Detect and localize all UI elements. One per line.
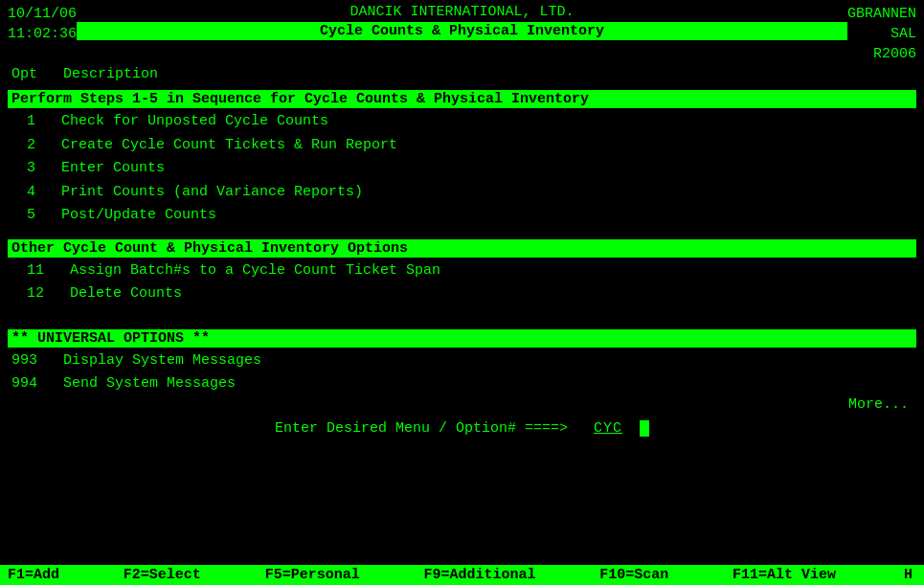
- opt-header: Opt: [11, 66, 37, 82]
- item-label: Assign Batch#s to a Cycle Count Ticket S…: [70, 262, 440, 279]
- function-key-bar: F1=Add F2=Select F5=Personal F9=Addition…: [0, 565, 924, 585]
- page-title: Cycle Counts & Physical Inventory: [77, 22, 847, 40]
- h-indicator: H: [900, 567, 916, 583]
- list-item[interactable]: 1 Check for Unposted Cycle Counts: [8, 110, 916, 134]
- datetime-block: 10/11/06 11:02:36: [8, 4, 77, 64]
- fkey-f10[interactable]: F10=Scan: [599, 567, 668, 583]
- date-display: 10/11/06: [8, 4, 77, 24]
- description-header: Description: [63, 66, 158, 82]
- fkey-f2[interactable]: F2=Select: [124, 567, 201, 583]
- item-label: Print Counts (and Variance Reports): [61, 184, 363, 200]
- input-row: Enter Desired Menu / Option# ====> CYC: [8, 420, 916, 437]
- column-headers: Opt Description: [8, 64, 916, 84]
- version-display: R2006: [847, 44, 916, 64]
- main-screen: 10/11/06 11:02:36 DANCIK INTERNATIONAL, …: [0, 0, 924, 585]
- item-number: 4: [27, 184, 35, 200]
- item-number: 994: [11, 375, 37, 392]
- fkey-f9-label: F9=Additional: [423, 567, 535, 583]
- item-number: 1: [27, 113, 35, 129]
- list-item[interactable]: 993 Display System Messages: [8, 349, 916, 373]
- list-item[interactable]: 12 Delete Counts: [8, 282, 916, 306]
- other-menu-list: 11 Assign Batch#s to a Cycle Count Ticke…: [8, 259, 916, 306]
- fkey-f11-label: F11=Alt View: [732, 567, 836, 583]
- fkey-f1-label: F1=Add: [8, 567, 59, 583]
- item-label: Send System Messages: [63, 375, 236, 392]
- username-display: GBRANNEN: [847, 4, 916, 24]
- item-number: 12: [27, 285, 44, 302]
- other-section-header: Other Cycle Count & Physical Inventory O…: [8, 239, 916, 258]
- more-indicator: More...: [8, 396, 916, 413]
- main-menu-list: 1 Check for Unposted Cycle Counts 2 Crea…: [8, 110, 916, 228]
- universal-menu-list: 993 Display System Messages 994 Send Sys…: [8, 349, 916, 396]
- list-item[interactable]: 994 Send System Messages: [8, 372, 916, 396]
- top-header: 10/11/06 11:02:36 DANCIK INTERNATIONAL, …: [8, 4, 916, 64]
- item-label: Check for Unposted Cycle Counts: [61, 113, 328, 129]
- fkey-f5[interactable]: F5=Personal: [265, 567, 360, 583]
- list-item[interactable]: 4 Print Counts (and Variance Reports): [8, 181, 916, 205]
- item-label: Create Cycle Count Tickets & Run Report: [61, 137, 397, 153]
- user-info-block: GBRANNEN SAL R2006: [847, 4, 916, 64]
- fkey-f10-label: F10=Scan: [599, 567, 668, 583]
- list-item[interactable]: 2 Create Cycle Count Tickets & Run Repor…: [8, 134, 916, 158]
- item-label: Delete Counts: [70, 285, 182, 302]
- universal-section-header: ** UNIVERSAL OPTIONS **: [8, 329, 916, 348]
- time-display: 11:02:36: [8, 24, 77, 44]
- item-label: Enter Counts: [61, 160, 165, 176]
- item-number: 11: [27, 262, 44, 279]
- company-title-block: DANCIK INTERNATIONAL, LTD. Cycle Counts …: [77, 4, 847, 64]
- main-section-header: Perform Steps 1-5 in Sequence for Cycle …: [8, 90, 916, 108]
- dept-display: SAL: [847, 24, 916, 44]
- list-item[interactable]: 5 Post/Update Counts: [8, 204, 916, 228]
- item-number: 3: [27, 160, 35, 176]
- fkey-f9[interactable]: F9=Additional: [423, 567, 535, 583]
- input-prompt-label: Enter Desired Menu / Option# ====>: [275, 420, 568, 437]
- item-number: 993: [11, 352, 37, 369]
- fkey-f5-label: F5=Personal: [265, 567, 360, 583]
- company-name: DANCIK INTERNATIONAL, LTD.: [77, 4, 847, 20]
- menu-input-value[interactable]: CYC: [594, 420, 622, 437]
- cursor: [640, 420, 649, 437]
- item-label: Post/Update Counts: [61, 207, 216, 223]
- list-item[interactable]: 3 Enter Counts: [8, 157, 916, 181]
- item-number: 5: [27, 207, 35, 223]
- list-item[interactable]: 11 Assign Batch#s to a Cycle Count Ticke…: [8, 259, 916, 283]
- item-label: Display System Messages: [63, 352, 261, 369]
- fkey-f11[interactable]: F11=Alt View: [732, 567, 836, 583]
- fkey-f2-label: F2=Select: [124, 567, 201, 583]
- fkey-f1[interactable]: F1=Add: [8, 567, 59, 583]
- item-number: 2: [27, 137, 35, 153]
